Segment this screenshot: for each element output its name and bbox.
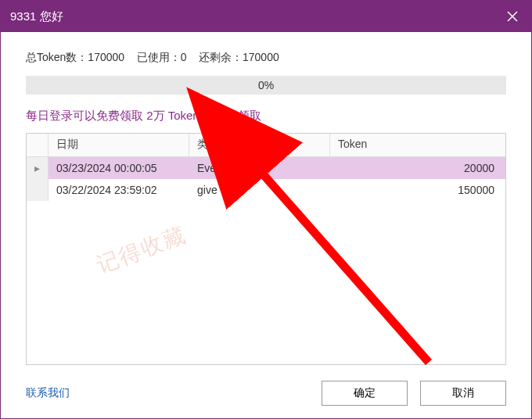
row-indicator bbox=[27, 179, 49, 201]
cell-date: 03/23/2024 00:00:05 bbox=[49, 157, 189, 179]
cell-date: 03/22/2024 23:59:02 bbox=[49, 179, 189, 201]
progress-percent: 0% bbox=[258, 79, 274, 91]
progress-bar: 0% bbox=[26, 76, 506, 95]
remain-value: 170000 bbox=[243, 51, 279, 63]
total-value: 170000 bbox=[88, 51, 124, 63]
cell-token: 20000 bbox=[330, 157, 505, 179]
row-indicator: ▸ bbox=[27, 157, 49, 179]
col-header-token[interactable]: Token bbox=[330, 134, 505, 156]
dialog-footer: 联系我们 确定 取消 bbox=[26, 378, 506, 406]
total-label: 总Token数： bbox=[26, 51, 88, 63]
button-group: 确定 取消 bbox=[322, 381, 506, 406]
cell-type: EveryDay bbox=[189, 157, 330, 179]
cell-type: give bbox=[189, 179, 330, 201]
col-header-type[interactable]: 类别 bbox=[189, 134, 330, 156]
cancel-button[interactable]: 取消 bbox=[420, 381, 506, 406]
table-body: ▸03/23/2024 00:00:05EveryDay2000003/22/2… bbox=[27, 157, 505, 201]
table-header: 日期 类别 Token bbox=[27, 134, 505, 157]
token-stats: 总Token数：170000 已使用：0 还剩余：170000 bbox=[26, 51, 506, 65]
table-row[interactable]: 03/22/2024 23:59:02give150000 bbox=[27, 179, 505, 201]
contact-link[interactable]: 联系我们 bbox=[26, 386, 70, 400]
window-title: 9331 您好 bbox=[10, 9, 63, 24]
remain-label: 还剩余： bbox=[199, 51, 243, 63]
used-label: 已使用： bbox=[137, 51, 181, 63]
ok-button[interactable]: 确定 bbox=[322, 381, 408, 406]
titlebar: 9331 您好 bbox=[1, 1, 531, 32]
used-value: 0 bbox=[181, 51, 187, 63]
token-dialog: 9331 您好 总Token数：170000 已使用：0 还剩余：170000 … bbox=[0, 0, 532, 419]
row-header-corner bbox=[27, 134, 49, 156]
cell-token: 150000 bbox=[330, 179, 505, 201]
col-header-date[interactable]: 日期 bbox=[49, 134, 189, 156]
token-history-table: 日期 类别 Token ▸03/23/2024 00:00:05EveryDay… bbox=[26, 133, 506, 365]
dialog-content: 总Token数：170000 已使用：0 还剩余：170000 0% 每日登录可… bbox=[1, 32, 531, 418]
daily-claim-link[interactable]: 每日登录可以免费领取 2万 Token ，点击领取 bbox=[26, 109, 506, 124]
close-icon bbox=[507, 11, 518, 22]
close-button[interactable] bbox=[494, 1, 531, 32]
table-row[interactable]: ▸03/23/2024 00:00:05EveryDay20000 bbox=[27, 157, 505, 179]
